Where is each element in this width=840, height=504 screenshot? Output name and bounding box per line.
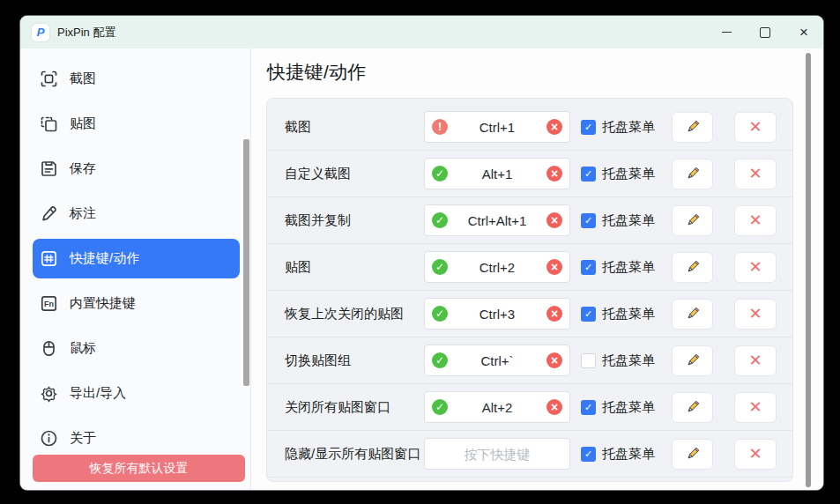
tray-menu-option: 托盘菜单 [581,352,655,369]
sidebar-item-8[interactable]: 导出/导入 [20,371,240,416]
clear-hotkey-icon[interactable]: × [546,399,562,415]
mouse-icon [40,339,58,358]
edit-hotkey-button[interactable] [672,159,713,189]
hotkey-ok-icon: ✓ [432,399,448,415]
page-title: 快捷键/动作 [267,60,823,85]
sidebar-item-7[interactable]: 鼠标 [20,326,240,371]
tray-menu-label: 托盘菜单 [602,446,655,463]
save-icon [40,159,58,178]
clear-hotkey-icon[interactable]: × [546,306,562,322]
sidebar-item-label: 内置快捷键 [70,295,136,312]
hotkey-row-label: 贴图 [285,259,424,276]
sidebar-item-1[interactable]: 截图 [20,56,240,101]
hotkey-row: 关闭所有贴图窗口 ✓ × ✓ 托盘菜单 ✕ [267,384,792,431]
delete-hotkey-button[interactable]: ✕ [734,299,777,330]
delete-hotkey-button[interactable]: ✕ [734,252,777,283]
titlebar: P PixPin 配置 × [20,16,823,48]
minimize-button[interactable] [707,16,746,48]
close-button[interactable]: × [784,16,823,48]
tray-menu-checkbox[interactable]: ✓ [581,213,596,228]
main-content: 快捷键/动作 截图 ! × ✓ 托盘菜单 ✕ 自定义截图 ✓ [251,48,823,490]
sidebar-item-label: 关于 [70,430,96,447]
sidebar-item-label: 导出/导入 [70,385,126,402]
sidebar-item-4[interactable]: 标注 [20,191,240,236]
hotkey-row-label: 隐藏/显示所有贴图窗口 [285,446,424,463]
pixpin-logo-icon: P [32,24,49,41]
delete-x-icon: ✕ [748,306,762,322]
maximize-icon [760,27,770,38]
hotkey-ok-icon: ✓ [432,352,448,368]
delete-x-icon: ✕ [748,166,762,182]
clear-hotkey-icon[interactable]: × [546,166,562,182]
delete-hotkey-button[interactable]: ✕ [734,439,777,470]
edit-hotkey-button[interactable] [672,345,713,376]
maximize-button[interactable] [746,16,784,48]
delete-hotkey-button[interactable]: ✕ [734,392,777,423]
reset-defaults-button[interactable]: 恢复所有默认设置 [33,455,245,482]
clear-hotkey-icon[interactable]: × [546,259,562,275]
edit-hotkey-button[interactable] [672,439,713,470]
hotkey-row: 截图 ! × ✓ 托盘菜单 ✕ [267,104,792,151]
hotkey-row-label: 自定义截图 [285,166,424,182]
delete-x-icon: ✕ [748,446,762,462]
sidebar-item-label: 鼠标 [70,340,96,357]
sidebar-item-5[interactable]: 快捷键/动作 [33,239,240,278]
edit-hotkey-button[interactable] [672,252,713,283]
hotkey-list: 截图 ! × ✓ 托盘菜单 ✕ 自定义截图 ✓ × [266,98,793,482]
tray-menu-label: 托盘菜单 [602,166,655,182]
hotkey-row: 贴图 ✓ × ✓ 托盘菜单 ✕ [267,244,792,291]
hotkey-ok-icon: ✓ [432,212,448,228]
delete-x-icon: ✕ [748,352,762,368]
tray-menu-checkbox[interactable]: ✓ [581,120,596,135]
info-icon [40,429,58,448]
sidebar-item-3[interactable]: 保存 [20,146,240,191]
delete-hotkey-button[interactable]: ✕ [734,205,777,236]
tray-menu-checkbox[interactable]: ✓ [581,307,596,322]
sidebar-item-6[interactable]: Fn 内置快捷键 [20,281,240,326]
hotkey-input[interactable] [425,439,569,469]
edit-hotkey-button[interactable] [672,299,713,330]
sidebar-scrollbar[interactable] [243,139,249,386]
sidebar: 截图 贴图 保存 标注 快捷键/动作 Fn 内置快捷键 鼠标 导出/导入 关于 … [20,48,251,490]
pin-image-icon [40,115,58,133]
tray-menu-checkbox[interactable]: ✓ [581,260,596,275]
fn-key-icon: Fn [40,294,58,313]
delete-hotkey-button[interactable]: ✕ [734,112,777,143]
hotkey-row-label: 切换贴图组 [285,352,424,369]
hotkey-field: ! × [424,111,570,143]
hotkey-ok-icon: ✓ [432,306,448,322]
clear-hotkey-icon[interactable]: × [546,352,562,368]
tray-menu-label: 托盘菜单 [602,119,655,136]
tray-menu-checkbox[interactable]: ✓ [581,400,596,415]
edit-hotkey-button[interactable] [672,112,713,143]
sidebar-item-label: 标注 [70,205,96,222]
tray-menu-checkbox[interactable] [581,353,596,368]
tray-menu-checkbox[interactable]: ✓ [581,167,596,182]
tray-menu-option: ✓ 托盘菜单 [581,399,655,416]
edit-hotkey-button[interactable] [672,392,713,423]
edit-hotkey-button[interactable] [672,205,713,236]
tray-menu-checkbox[interactable]: ✓ [581,447,596,462]
annotate-icon [40,204,58,223]
pencil-icon [685,446,701,462]
window-controls: × [707,16,823,48]
sidebar-item-2[interactable]: 贴图 [20,101,240,146]
hotkey-field: ✓ × [424,251,570,283]
pencil-icon [685,399,701,415]
close-icon: × [799,25,808,40]
hotkey-field [424,438,570,470]
hotkey-field: ✓ × [424,158,570,189]
pencil-icon [685,166,701,182]
pencil-icon [685,352,701,368]
clear-hotkey-icon[interactable]: × [546,212,562,228]
tray-menu-option: ✓ 托盘菜单 [581,119,655,136]
clear-hotkey-icon[interactable]: × [546,119,562,135]
hotkey-row: 截图并复制 ✓ × ✓ 托盘菜单 ✕ [267,197,792,244]
window-title: PixPin 配置 [57,25,115,41]
delete-x-icon: ✕ [748,212,762,228]
hotkey-ok-icon: ✓ [432,166,448,182]
delete-hotkey-button[interactable]: ✕ [734,159,777,189]
tray-menu-option: ✓ 托盘菜单 [581,446,655,463]
content-scrollbar[interactable] [806,53,811,487]
delete-hotkey-button[interactable]: ✕ [734,345,777,376]
